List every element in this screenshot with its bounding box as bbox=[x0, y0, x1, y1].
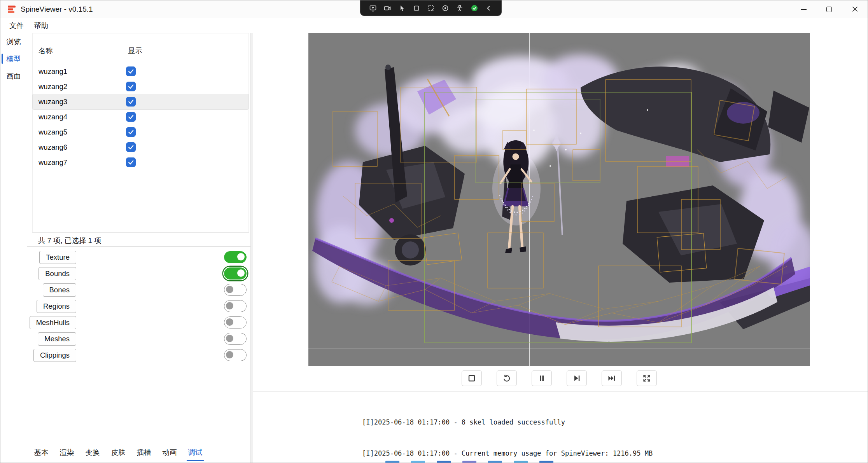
toggle-knob bbox=[226, 302, 233, 309]
taskbar-icon-fragment bbox=[437, 461, 451, 463]
record-settings-icon[interactable] bbox=[440, 3, 450, 13]
column-header-name[interactable]: 名称 bbox=[38, 46, 53, 56]
accessibility-person-icon[interactable] bbox=[455, 3, 465, 13]
debug-label-meshes[interactable]: Meshes bbox=[38, 332, 76, 346]
chevron-left-icon[interactable] bbox=[484, 3, 494, 13]
toggle-switch-meshhulls[interactable] bbox=[224, 316, 247, 328]
panel-tab-skin[interactable]: 皮肤 bbox=[105, 445, 131, 461]
taskbar-sliver bbox=[385, 461, 553, 463]
visible-checkbox[interactable] bbox=[126, 97, 136, 107]
log-line: [I]2025-06-18 01:17:00 - Current memory … bbox=[362, 448, 868, 459]
toggle-row: Bounds bbox=[27, 266, 248, 282]
toggle-switch-bones[interactable] bbox=[224, 284, 247, 296]
nav-tab-screen[interactable]: 画面 bbox=[0, 67, 27, 84]
capture-toolbar bbox=[360, 0, 502, 16]
taskbar-icon-fragment bbox=[488, 461, 502, 463]
taskbar-icon-fragment bbox=[385, 461, 399, 463]
debug-label-meshhulls[interactable]: MeshHulls bbox=[30, 316, 76, 329]
fullscreen-icon bbox=[642, 374, 651, 383]
model-name: wuzang7 bbox=[38, 158, 126, 167]
menu-item-file[interactable]: 文件 bbox=[4, 19, 29, 32]
taskbar-icon-fragment bbox=[514, 461, 528, 463]
region-select-icon[interactable] bbox=[426, 3, 436, 13]
maximize-button[interactable] bbox=[816, 0, 842, 18]
playback-controls bbox=[308, 370, 810, 386]
window-title: SpineViewer - v0.15.1 bbox=[21, 0, 93, 18]
toggle-switch-clippings[interactable] bbox=[224, 349, 247, 361]
selection-summary: 共 7 项, 已选择 1 项 bbox=[38, 236, 101, 245]
camera-icon[interactable] bbox=[382, 3, 392, 13]
close-button[interactable] bbox=[842, 0, 868, 18]
toggle-row: Texture bbox=[27, 249, 248, 266]
panel-tab-basic[interactable]: 基本 bbox=[28, 445, 54, 461]
visible-checkbox[interactable] bbox=[126, 142, 136, 152]
menu-item-help[interactable]: 帮助 bbox=[29, 19, 53, 32]
check-icon bbox=[128, 68, 134, 75]
toggle-switch-meshes[interactable] bbox=[224, 333, 247, 345]
model-row[interactable]: wuzang7 bbox=[33, 155, 248, 170]
window-controls bbox=[791, 0, 868, 18]
debug-label-clippings[interactable]: Clippings bbox=[33, 349, 76, 362]
minimize-icon bbox=[801, 9, 807, 10]
check-icon bbox=[128, 98, 134, 105]
panel-tab-debug[interactable]: 调试 bbox=[182, 445, 208, 461]
menubar: 文件 帮助 bbox=[0, 18, 868, 33]
toggle-switch-texture[interactable] bbox=[224, 251, 247, 263]
debug-label-bounds[interactable]: Bounds bbox=[38, 267, 76, 280]
check-icon bbox=[128, 114, 134, 120]
debug-label-texture[interactable]: Texture bbox=[39, 251, 76, 264]
model-row[interactable]: wuzang2 bbox=[33, 79, 248, 94]
stop-button[interactable] bbox=[462, 370, 482, 386]
status-check-icon[interactable] bbox=[469, 3, 480, 13]
visible-checkbox[interactable] bbox=[126, 82, 136, 91]
check-icon bbox=[128, 83, 134, 90]
titlebar: SpineViewer - v0.15.1 bbox=[0, 0, 868, 18]
minimize-button[interactable] bbox=[791, 0, 816, 18]
visible-checkbox[interactable] bbox=[126, 157, 136, 167]
debug-label-regions[interactable]: Regions bbox=[37, 300, 76, 313]
model-name: wuzang3 bbox=[38, 98, 126, 106]
model-row[interactable]: wuzang1 bbox=[33, 64, 248, 79]
model-row[interactable]: wuzang4 bbox=[33, 109, 248, 124]
column-header-visible[interactable]: 显示 bbox=[128, 46, 142, 56]
visible-checkbox[interactable] bbox=[126, 127, 136, 137]
viewport-canvas[interactable] bbox=[308, 33, 810, 366]
check-icon bbox=[128, 144, 134, 150]
model-row[interactable]: wuzang5 bbox=[33, 124, 248, 140]
close-icon bbox=[852, 6, 858, 12]
screen-share-icon[interactable] bbox=[368, 3, 378, 13]
model-row-selected[interactable]: wuzang3 bbox=[33, 94, 248, 109]
panel-tab-slot[interactable]: 插槽 bbox=[131, 445, 157, 461]
taskbar-icon-fragment bbox=[539, 461, 553, 463]
debug-label-bones[interactable]: Bones bbox=[43, 283, 76, 297]
replay-button[interactable] bbox=[497, 370, 517, 386]
model-list: 名称 显示 wuzang1 wuzang2 wuzang3 wuzang4 wu… bbox=[32, 33, 249, 233]
panel-tab-render[interactable]: 渲染 bbox=[54, 445, 80, 461]
cursor-icon[interactable] bbox=[397, 3, 407, 13]
toggle-row: Clippings bbox=[27, 347, 248, 363]
skip-to-end-button[interactable] bbox=[602, 370, 622, 386]
check-icon bbox=[128, 129, 134, 135]
pause-icon bbox=[537, 374, 546, 383]
log-panel[interactable]: [I]2025-06-18 01:17:00 - 8 skel loaded s… bbox=[253, 391, 868, 463]
fullscreen-button[interactable] bbox=[637, 370, 657, 386]
visible-checkbox[interactable] bbox=[126, 112, 136, 122]
panel-tab-transform[interactable]: 变换 bbox=[80, 445, 105, 461]
panel-tab-animation[interactable]: 动画 bbox=[157, 445, 182, 461]
toggle-switch-regions[interactable] bbox=[224, 300, 247, 312]
model-name: wuzang4 bbox=[38, 113, 126, 121]
nav-tab-model[interactable]: 模型 bbox=[0, 50, 27, 67]
spineviewer-window: SpineViewer - v0.15.1 bbox=[0, 0, 868, 463]
visible-checkbox[interactable] bbox=[126, 66, 136, 76]
stop-square-icon[interactable] bbox=[411, 3, 422, 13]
nav-tab-browse[interactable]: 浏览 bbox=[0, 33, 27, 50]
toggle-switch-bounds[interactable] bbox=[224, 267, 247, 280]
model-name: wuzang2 bbox=[38, 82, 126, 91]
model-row[interactable]: wuzang6 bbox=[33, 140, 248, 155]
panel-tab-bar: 基本 渲染 变换 皮肤 插槽 动画 调试 bbox=[28, 445, 208, 461]
taskbar-icon-fragment bbox=[462, 461, 476, 463]
toggle-row: Regions bbox=[27, 298, 248, 314]
step-forward-button[interactable] bbox=[567, 370, 587, 386]
panel-splitter[interactable] bbox=[250, 33, 253, 463]
pause-button[interactable] bbox=[532, 370, 552, 386]
